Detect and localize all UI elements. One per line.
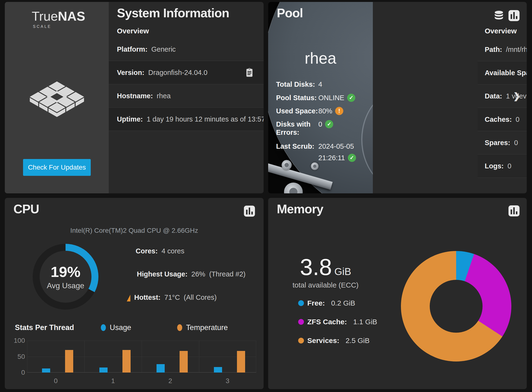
hottest-note: (All Cores) [184, 294, 217, 301]
zfs-cache-legend-dot [298, 319, 304, 325]
caches-label: Caches: [485, 116, 512, 123]
memory-total-unit: GiB [334, 266, 351, 277]
memory-total: 3.8GiB [285, 255, 366, 279]
logs-value: 0 [508, 162, 511, 170]
spares-value: 0 [514, 139, 518, 147]
hottest-row: Hottest: 71°C (All Cores) [127, 294, 217, 301]
screw-art [311, 162, 319, 170]
clipboard-icon[interactable] [244, 67, 254, 78]
last-scrub-row: Last Scrub: 2024-05-05 21:26:11 ✓ [276, 142, 370, 162]
spares-label: Spares: [485, 139, 510, 147]
temperature-triangle-icon [127, 295, 130, 301]
cpu-model: Intel(R) Core(TM)2 Quad CPU @ 2.66GHz [5, 227, 264, 234]
services-legend-dot [298, 338, 304, 343]
brand-bold: NAS [58, 9, 85, 23]
memory-donut-ring [401, 251, 511, 361]
memory-donut-chart [401, 251, 511, 361]
cpu-header-icons [244, 206, 255, 217]
temperature-legend-label: Temperature [186, 323, 228, 332]
pool-status-row: Pool Status: ONLINE ✓ [276, 94, 370, 107]
brand-light: True [32, 9, 58, 23]
bar-chart-icon[interactable] [508, 205, 520, 216]
version-label: Version: [117, 69, 144, 77]
stats-per-thread-label: Stats Per Thread [15, 323, 74, 332]
bar-chart-icon[interactable] [508, 10, 520, 21]
usage-legend-label: Usage [110, 323, 131, 332]
data-vdev-row[interactable]: Data: 1 vdev ❯ [478, 84, 527, 108]
hostname-value: rhea [157, 92, 171, 100]
services-value: 2.5 GiB [345, 337, 369, 345]
cpu-usage-gauge: 19% Avg Usage [33, 244, 98, 310]
check-for-updates-button[interactable]: Check For Updates [23, 159, 91, 176]
hottest-value: 71°C [164, 294, 180, 301]
screw-art [284, 183, 303, 193]
caches-row: Caches: 0 [478, 108, 527, 131]
memory-summary: 3.8GiB total available (ECC) [285, 255, 366, 289]
disks-with-errors-label: Disks with Errors: [276, 120, 318, 142]
truenas-logo-icon [29, 76, 85, 121]
platform-label: Platform: [117, 45, 147, 53]
check-icon: ✓ [347, 94, 355, 102]
scale-wordmark: SCALE [33, 24, 51, 29]
path-row: Path: /mnt/rhea [478, 38, 527, 61]
spares-row: Spares: 0 [478, 131, 527, 154]
memory-total-value: 3.8 [300, 254, 332, 280]
warning-icon: ! [335, 107, 343, 115]
pool-overview: Overview Path: /mnt/rhea Available Space… [373, 2, 527, 193]
services-legend-item: Services: 2.5 GiB [298, 336, 377, 345]
used-space-row: Used Space: 80% ! [276, 107, 370, 120]
x-axis-labels: 0123 [27, 377, 256, 385]
database-icon[interactable] [493, 10, 505, 21]
hostname-row: Hostname: rhea [109, 84, 264, 107]
free-label: Free: [307, 299, 325, 307]
available-space-row: Available Space: 4.23 TiB [478, 61, 527, 84]
path-label: Path: [485, 46, 502, 54]
bar-chart-icon[interactable] [244, 206, 255, 217]
memory-legend: Free: 0.2 GiB ZFS Cache: 1.1 GiB Service… [298, 299, 377, 355]
uptime-value: 1 day 19 hours 12 minutes as of 13:57 [147, 115, 264, 123]
disks-with-errors-value: 0 ✓ [318, 120, 333, 142]
pool-overview-rows: Path: /mnt/rhea Available Space: 4.23 Ti… [478, 38, 527, 178]
hostname-label: Hostname: [117, 92, 153, 100]
memory-title: Memory [277, 201, 323, 217]
pool-card: Pool rhea Total Disks: 4 Pool Status: ON… [268, 2, 527, 193]
logs-label: Logs: [485, 162, 504, 170]
highest-usage-row: Highest Usage: 26% (Thread #2) [137, 270, 246, 278]
free-legend-dot [298, 300, 304, 306]
highest-usage-label: Highest Usage: [137, 270, 187, 278]
system-information-card: TrueNAS SCALE [5, 2, 264, 193]
truenas-wordmark: TrueNAS [32, 9, 85, 24]
cpu-avg-usage-value: 19% [51, 263, 80, 280]
uptime-label: Uptime: [117, 115, 143, 123]
platform-value: Generic [151, 45, 176, 53]
memory-card: Memory 3.8GiB total available (ECC) Free… [268, 198, 527, 389]
pool-header-icons [493, 10, 520, 21]
temperature-legend-item: Temperature [177, 323, 228, 332]
cores-value: 4 cores [162, 247, 184, 255]
pool-status-value: ONLINE ✓ [318, 94, 355, 107]
system-information-rows: Platform: Generic Version: Dragonfish-24… [109, 38, 264, 131]
thread-chart-plot [27, 341, 256, 373]
cores-label: Cores: [136, 247, 158, 255]
caches-value: 0 [516, 116, 520, 123]
truenas-dashboard: TrueNAS SCALE [0, 0, 532, 392]
services-label: Services: [307, 337, 339, 345]
y-axis-labels: 100500 [5, 341, 25, 373]
usage-legend-item: Usage [101, 323, 131, 332]
overview-label: Overview [117, 27, 149, 35]
version-row: Version: Dragonfish-24.04.0 [109, 61, 264, 84]
path-value: /mnt/rhea [506, 46, 527, 54]
pool-stats: Total Disks: 4 Pool Status: ONLINE ✓ Use… [276, 80, 370, 162]
cores-row: Cores: 4 cores [136, 247, 184, 255]
memory-header-icons [508, 205, 520, 216]
pool-title: Pool [277, 5, 303, 21]
check-icon: ✓ [348, 154, 356, 162]
total-disks-label: Total Disks: [276, 80, 318, 94]
hottest-label: Hottest: [134, 294, 161, 301]
system-information-title: System Information [117, 5, 229, 21]
check-icon: ✓ [325, 120, 333, 128]
version-value: Dragonfish-24.04.0 [148, 69, 207, 77]
used-space-label: Used Space: [276, 107, 318, 120]
chevron-right-icon[interactable]: ❯ [513, 91, 520, 101]
zfs-cache-label: ZFS Cache: [307, 318, 347, 326]
